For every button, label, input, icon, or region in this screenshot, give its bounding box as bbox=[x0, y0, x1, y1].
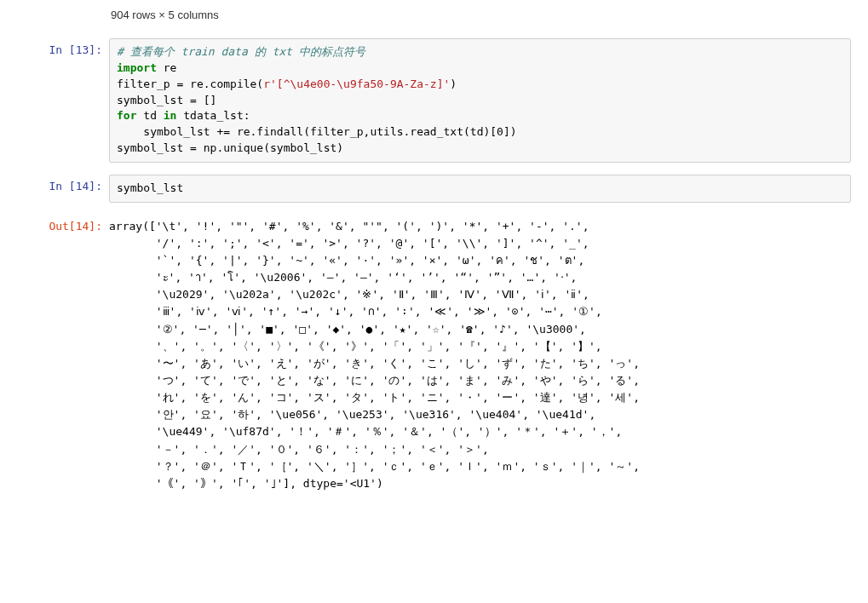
input-prompt: In [13]: bbox=[17, 38, 109, 56]
output-text: array(['\t', '!', '"', '#', '%', '&', "'… bbox=[109, 215, 851, 492]
output-prompt: Out[14]: bbox=[17, 215, 109, 233]
notebook: 904 rows × 5 columns In [13]: # 查看每个 tra… bbox=[0, 0, 868, 530]
code-input-area[interactable]: symbol_lst bbox=[109, 175, 851, 203]
code-cell: In [13]: # 查看每个 train data 的 txt 中的标点符号 … bbox=[17, 38, 851, 163]
output-cell: Out[14]: array(['\t', '!', '"', '#', '%'… bbox=[17, 215, 851, 492]
dataframe-shape-label: 904 rows × 5 columns bbox=[111, 9, 851, 21]
code-input-area[interactable]: # 查看每个 train data 的 txt 中的标点符号 import re… bbox=[109, 38, 851, 163]
code-cell: In [14]: symbol_lst bbox=[17, 175, 851, 203]
input-prompt: In [14]: bbox=[17, 175, 109, 192]
